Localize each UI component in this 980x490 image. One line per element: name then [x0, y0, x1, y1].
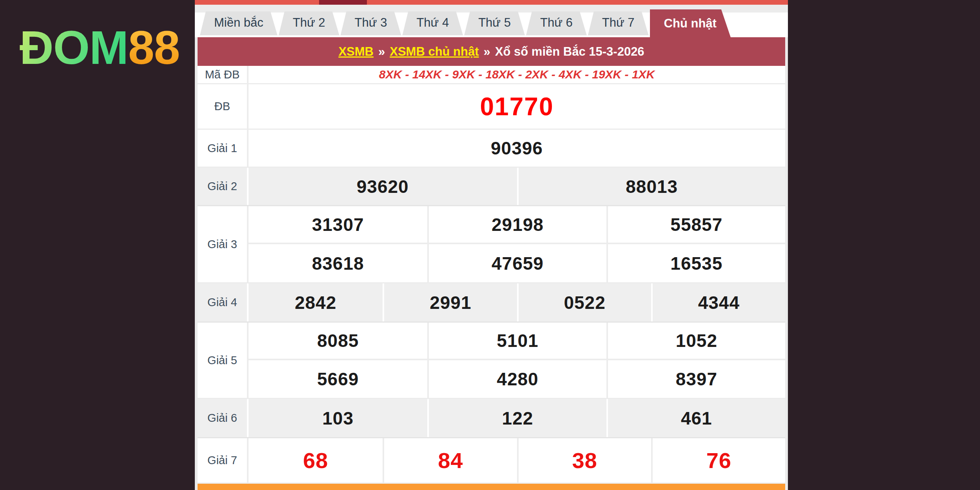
prize-row: Giải 768843876 — [198, 438, 785, 484]
results-table: Mã ĐB8XK - 14XK - 9XK - 18XK - 2XK - 4XK… — [198, 66, 785, 484]
prize-row: Giải 3313072919855857836184765916535 — [198, 206, 785, 283]
logo-text-green: ĐOM — [20, 21, 128, 74]
prize-values: 01770 — [249, 84, 785, 129]
result-number: 16535 — [606, 244, 785, 282]
result-number: 5669 — [249, 360, 427, 398]
breadcrumb: XSMB » XSMB chủ nhật » Xổ số miền Bắc 15… — [198, 37, 785, 66]
result-number: 1052 — [606, 323, 785, 360]
prize-row: ĐB01770 — [198, 84, 785, 130]
prize-values: 8XK - 14XK - 9XK - 18XK - 2XK - 4XK - 19… — [249, 66, 785, 83]
prize-row: Giải 42842299105224344 — [198, 283, 785, 323]
prize-label: Mã ĐB — [198, 66, 249, 83]
result-number: 84 — [383, 438, 517, 483]
result-number: 88013 — [517, 168, 786, 205]
result-number: 0522 — [517, 283, 651, 321]
lottery-results-widget: Miền bắcThứ 2Thứ 3Thứ 4Thứ 5Thứ 6Thứ 7Ch… — [195, 0, 788, 490]
prize-values: 9362088013 — [249, 168, 785, 205]
prize-row: Giải 5808551011052566942808397 — [198, 323, 785, 399]
result-number: 461 — [606, 399, 785, 437]
result-number: 8085 — [249, 323, 427, 360]
prize-values: 808551011052566942808397 — [249, 323, 785, 398]
result-number: 8397 — [606, 360, 785, 398]
prize-row: Giải 190396 — [198, 130, 785, 168]
prize-row: Mã ĐB8XK - 14XK - 9XK - 18XK - 2XK - 4XK… — [198, 66, 785, 84]
result-number: 2991 — [383, 283, 517, 321]
bottom-accent-bar — [198, 484, 785, 490]
tab-miền-bắc[interactable]: Miền bắc — [200, 11, 278, 35]
prize-label: Giải 2 — [198, 168, 249, 205]
result-number: 122 — [427, 399, 606, 437]
logo-text-orange: 88 — [128, 21, 180, 74]
prize-values: 313072919855857836184765916535 — [249, 206, 785, 282]
tab-thứ-5[interactable]: Thứ 5 — [464, 11, 525, 35]
prize-label: ĐB — [198, 84, 249, 129]
tab-thứ-6[interactable]: Thứ 6 — [526, 11, 587, 35]
prize-values: 68843876 — [249, 438, 785, 483]
prize-label: Giải 3 — [198, 206, 249, 282]
tab-chủ-nhật[interactable]: Chủ nhật — [650, 9, 731, 37]
result-number: 103 — [249, 399, 427, 437]
result-number: 55857 — [606, 206, 785, 244]
top-strip — [195, 0, 788, 5]
result-number: 83618 — [249, 244, 427, 282]
result-number: 47659 — [427, 244, 606, 282]
prize-row: Giải 29362088013 — [198, 168, 785, 206]
top-strip-dark-segment — [319, 0, 367, 5]
tab-thứ-3[interactable]: Thứ 3 — [341, 11, 401, 35]
breadcrumb-link-xsmb[interactable]: XSMB — [338, 45, 374, 59]
prize-label: Giải 6 — [198, 399, 249, 437]
result-number: 5101 — [427, 323, 606, 360]
prize-values: 2842299105224344 — [249, 283, 785, 321]
special-code-list: 8XK - 14XK - 9XK - 18XK - 2XK - 4XK - 19… — [249, 66, 785, 83]
tab-thứ-4[interactable]: Thứ 4 — [402, 11, 463, 35]
result-number: 01770 — [249, 84, 785, 129]
prize-values: 90396 — [249, 130, 785, 167]
result-number: 38 — [517, 438, 651, 483]
breadcrumb-separator: » — [484, 45, 490, 59]
breadcrumb-separator: » — [378, 45, 385, 59]
prize-label: Giải 7 — [198, 438, 249, 483]
prize-label: Giải 1 — [198, 130, 249, 167]
prize-label: Giải 5 — [198, 323, 249, 398]
result-number: 90396 — [249, 130, 785, 167]
breadcrumb-link-day[interactable]: XSMB chủ nhật — [390, 45, 479, 59]
dom88-logo: ĐOM88 — [20, 20, 180, 74]
result-number: 4344 — [651, 283, 785, 321]
result-number: 68 — [249, 438, 383, 483]
result-number: 4280 — [427, 360, 606, 398]
tab-thứ-2[interactable]: Thứ 2 — [279, 11, 339, 35]
prize-row: Giải 6103122461 — [198, 399, 785, 438]
prize-values: 103122461 — [249, 399, 785, 437]
day-tab-bar: Miền bắcThứ 2Thứ 3Thứ 4Thứ 5Thứ 6Thứ 7Ch… — [195, 5, 788, 37]
result-number: 93620 — [249, 168, 517, 205]
result-number: 76 — [651, 438, 785, 483]
result-number: 2842 — [249, 283, 383, 321]
result-number: 29198 — [427, 206, 606, 244]
breadcrumb-title: Xổ số miền Bắc 15-3-2026 — [495, 45, 644, 59]
tab-thứ-7[interactable]: Thứ 7 — [588, 11, 649, 35]
result-number: 31307 — [249, 206, 427, 244]
prize-label: Giải 4 — [198, 283, 249, 321]
